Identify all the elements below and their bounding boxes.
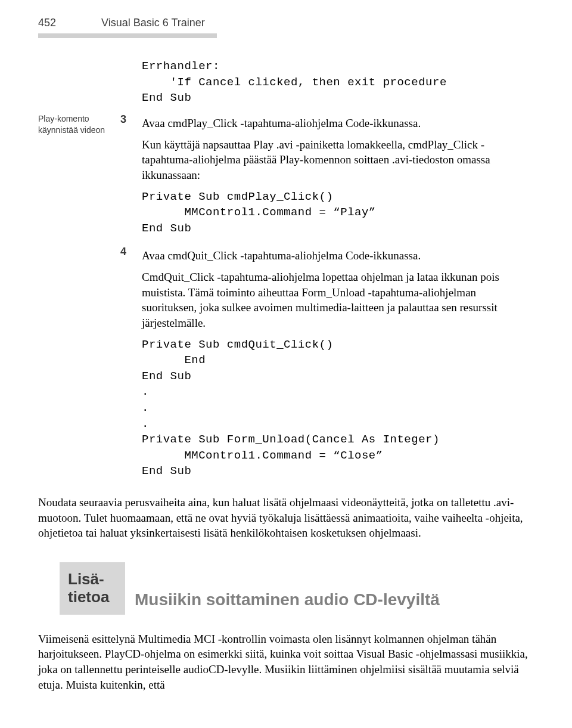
gutter-empty-2 — [38, 244, 116, 488]
margin-note: Play-komento käynnistää videon — [38, 112, 116, 244]
info-label-line1: Lisä- — [68, 571, 117, 588]
step3-lead: Avaa cmdPlay_Click -tapahtuma-aliohjelma… — [142, 116, 534, 131]
step3-paragraph: Kun käyttäjä napsauttaa Play .avi -paini… — [142, 137, 534, 183]
section-paragraph: Viimeisenä esittelynä Multimedia MCI -ko… — [38, 631, 534, 693]
step4-paragraph: CmdQuit_Click -tapahtuma-aliohjelma lope… — [142, 269, 534, 331]
page-number: 452 — [38, 16, 76, 30]
code-block-cmdplay: Private Sub cmdPlay_Click() MMControl1.C… — [142, 189, 534, 237]
code-block-cmdquit: Private Sub cmdQuit_Click() End End Sub … — [142, 337, 534, 479]
header-rule — [38, 33, 217, 38]
step4-lead: Avaa cmdQuit_Click -tapahtuma-aliohjelma… — [142, 248, 534, 264]
section-heading: Musiikin soittaminen audio CD-levyiltä — [135, 588, 440, 615]
code-block-errhandler: Errhandler: 'If Cancel clicked, then exi… — [142, 58, 534, 106]
book-title: Visual Basic 6 Trainer — [101, 16, 205, 30]
info-label-line2: tietoa — [68, 588, 117, 606]
info-label-box: Lisä- tietoa — [60, 562, 125, 615]
step-number-4: 4 — [120, 244, 137, 485]
step-number-3: 3 — [120, 112, 137, 242]
closing-paragraph: Noudata seuraavia perusvaiheita aina, ku… — [38, 495, 534, 541]
gutter-empty — [38, 55, 116, 112]
